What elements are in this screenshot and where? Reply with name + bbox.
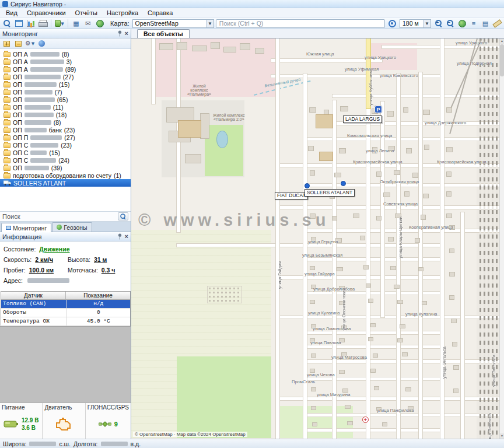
pin-icon[interactable] (117, 233, 123, 240)
building (308, 146, 314, 151)
building (446, 214, 452, 218)
mileage-value[interactable]: 100.0 км (29, 267, 54, 274)
menu-item-2[interactable]: Отчёты (71, 9, 102, 17)
tree-row[interactable]: ОП А(89) (0, 65, 131, 73)
latitude-units: с.ш. (59, 440, 71, 447)
collapse-tree-button[interactable] (13, 39, 23, 48)
scroll-down-arrow[interactable]: ▼ (500, 433, 504, 439)
tree-row[interactable]: SOLLERS ATLANT (0, 179, 131, 187)
tree-item-count: (8) (54, 119, 61, 126)
tree-row[interactable]: ОП П(27) (0, 134, 131, 141)
zoom-in-button[interactable]: + (433, 19, 444, 28)
pin-icon[interactable] (117, 30, 123, 37)
globe-button[interactable] (95, 19, 105, 28)
earth-button[interactable] (457, 19, 467, 28)
tree-row[interactable]: ОП(7) (0, 88, 131, 96)
gps-box[interactable]: ГЛОНАСС/GPS 9 (86, 403, 131, 439)
map-scrollbar[interactable]: ▲ ▼ (499, 38, 504, 439)
tree-row[interactable]: ОП(11) (0, 103, 131, 111)
map-zone-grass (177, 356, 271, 438)
state-value[interactable]: Движение (39, 246, 69, 253)
app-icon (2, 1, 8, 7)
tree-row[interactable]: ОП(18) (0, 111, 131, 118)
list-button[interactable]: ≡ (468, 19, 479, 28)
layers-button[interactable]: ▤ (480, 19, 491, 28)
expand-tree-button[interactable] (1, 39, 12, 48)
scrollbar-thumb[interactable] (500, 44, 504, 76)
menu-item-0[interactable]: Вид (1, 9, 22, 17)
vehicle-label[interactable]: LADA LARGUS (343, 116, 382, 123)
tree-row[interactable]: ОП А3) (0, 58, 131, 65)
building (159, 43, 173, 50)
locate-button[interactable] (387, 19, 397, 28)
power-main-value: 12.9 В (22, 417, 38, 424)
tree-row[interactable]: ОП(65) (0, 96, 131, 103)
tree-item-label: ОП П (13, 134, 28, 141)
vehicle-label[interactable]: FIAT DUCAT (275, 192, 308, 200)
global-search-input[interactable] (216, 19, 385, 28)
sensor-row[interactable]: Топливо (CAN)н/д (1, 300, 130, 309)
hours-value[interactable]: 0.3 ч (102, 267, 116, 274)
measure-button[interactable] (492, 19, 502, 28)
value-col-header[interactable]: Показание (66, 292, 130, 299)
window-tool-button[interactable] (13, 19, 23, 28)
print-button[interactable] (37, 19, 47, 28)
sensor-row[interactable]: Обороты0 (1, 309, 130, 317)
vehicle-marker[interactable] (341, 181, 346, 186)
street-name-label: Советская улица (383, 201, 418, 206)
map-scale-select[interactable]: 180 м ▼ (400, 19, 431, 28)
road (366, 106, 370, 439)
map-canvas[interactable]: © www.sirius.su © OpenStreetMap - Map da… (131, 38, 499, 439)
tree-row[interactable]: подготовка оборудования по счету(1) (0, 172, 131, 179)
reports-tool-button[interactable] (26, 19, 36, 28)
style-dropdown-button[interactable]: ▾ (54, 19, 65, 28)
chart-icon (27, 20, 34, 27)
tree-row[interactable]: ОП С(24) (0, 156, 131, 164)
zoom-out-button[interactable]: − (445, 19, 456, 28)
street-name-label: ПромСталь (292, 379, 315, 384)
view-settings-button[interactable]: ⚙▾ (24, 39, 35, 48)
scroll-up-arrow[interactable]: ▲ (500, 38, 504, 44)
folder-icon (4, 90, 10, 95)
sensor-row[interactable]: Температура ОЖ45.0 °C (1, 317, 130, 326)
menu-item-1[interactable]: Справочники (22, 9, 71, 17)
search-tool-button[interactable] (2, 19, 12, 28)
tree-item-count: (18) (56, 111, 67, 118)
tree-item-count: (15) (59, 81, 70, 88)
tree-item-label: подготовка оборудования по счету (13, 172, 111, 179)
mail-button[interactable]: ✉ (83, 19, 93, 28)
street-name-label: улица Кулагина (405, 312, 437, 317)
tree-row[interactable]: ОП С(23) (0, 141, 131, 149)
menu-item-4[interactable]: Справка (143, 9, 177, 17)
tree-row[interactable]: ОП(39) (0, 164, 131, 172)
map-tab-all-objects[interactable]: Все объекты (137, 29, 190, 38)
tree-row[interactable]: ОП А(8) (0, 50, 131, 58)
collapse-icon (15, 41, 22, 47)
building (453, 365, 459, 370)
folder-icon (4, 67, 10, 72)
tree-row[interactable]: ОПбанк(23) (0, 126, 131, 134)
tree-row[interactable]: ОП С(15) (0, 149, 131, 156)
close-icon[interactable]: × (125, 233, 128, 240)
tree-row[interactable]: ОП(27) (0, 73, 131, 80)
map-tabstrip: Все объекты (131, 29, 504, 38)
building (360, 236, 365, 240)
map-provider-select[interactable]: OpenStreetMap ▼ (132, 19, 214, 28)
tree-search-input[interactable] (22, 212, 116, 220)
gear-icon: ⚙ (25, 40, 31, 47)
sensor-col-header[interactable]: Датчик (1, 292, 66, 299)
building (449, 249, 454, 253)
vehicle-label[interactable]: SOLLERS ATALANT (304, 189, 355, 197)
tree-row[interactable]: ОП(8) (0, 118, 131, 126)
tree-search-button[interactable] (118, 212, 128, 220)
vehicle-marker[interactable] (304, 183, 310, 188)
tree-row[interactable]: ОП(15) (0, 80, 131, 88)
satellite-status-button[interactable] (36, 39, 47, 48)
tab-monitoring[interactable]: Мониторинг (1, 223, 51, 232)
grid-view-button[interactable]: ▦ (71, 19, 81, 28)
power-box[interactable]: Питание 12.9 В 3.6 В (0, 403, 43, 439)
menu-item-3[interactable]: Настройка (102, 9, 143, 17)
close-icon[interactable]: × (125, 30, 128, 37)
engine-box[interactable]: Двигатель (43, 403, 85, 439)
tab-geozones[interactable]: Геозоны (52, 222, 92, 232)
